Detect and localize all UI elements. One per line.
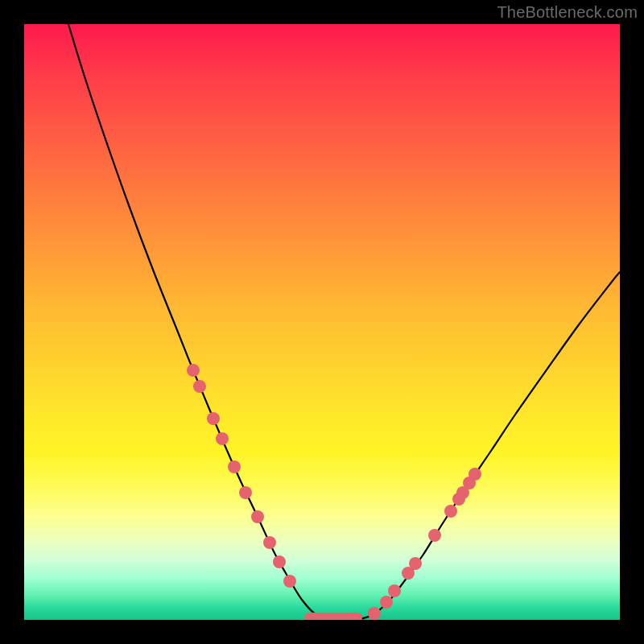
flat-marker-segment — [304, 613, 362, 620]
marker-dot — [409, 557, 422, 570]
marker-dot — [251, 510, 264, 523]
marker-dot — [239, 486, 252, 499]
marker-dot — [207, 412, 220, 425]
marker-dot — [216, 432, 229, 445]
marker-dot — [444, 505, 457, 518]
marker-dot — [193, 380, 206, 393]
marker-dot — [428, 529, 441, 542]
marker-dot — [380, 596, 393, 609]
marker-dot — [283, 575, 296, 588]
watermark-text: TheBottleneck.com — [497, 3, 638, 22]
markers-right — [368, 468, 481, 620]
plot-area — [24, 24, 620, 620]
marker-dot — [388, 584, 401, 597]
marker-dot — [469, 468, 481, 481]
chart-frame: TheBottleneck.com — [0, 0, 644, 644]
markers-left — [187, 364, 296, 588]
marker-dot — [273, 555, 286, 568]
marker-dot — [228, 460, 241, 473]
bottleneck-curve — [68, 24, 620, 620]
chart-svg — [24, 24, 620, 620]
marker-dot — [187, 364, 200, 377]
marker-dot — [263, 536, 276, 549]
marker-dot — [368, 607, 381, 620]
